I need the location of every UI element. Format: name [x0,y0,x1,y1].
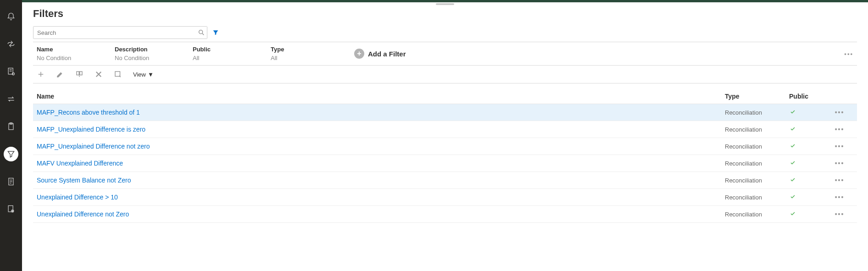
svg-rect-11 [115,72,120,77]
filter-label-public: Public [193,46,263,53]
filter-col-name[interactable]: Name No Condition [33,46,111,61]
check-icon [789,143,796,149]
row-actions-icon[interactable]: ••• [826,210,853,218]
filter-value-type: All [271,55,341,61]
filters-table: Name Type Public MAFP_Recons above thres… [33,89,857,223]
filter-bar: Name No Condition Description No Conditi… [33,42,857,66]
filter-col-type[interactable]: Type All [267,46,345,61]
search-icon[interactable] [198,29,205,36]
row-name-link[interactable]: MAFP_Unexplained Difference not zero [37,143,725,150]
sidebar-notifications[interactable] [4,9,18,24]
row-name-link[interactable]: MAFV Unexplained Difference [37,160,725,167]
plus-circle-icon: + [354,49,364,59]
sidebar-refresh[interactable] [4,37,18,51]
row-public [789,109,826,116]
check-icon [789,126,796,132]
check-icon [789,160,796,166]
row-type: Reconciliation [725,211,789,218]
filter-col-description[interactable]: Description No Condition [111,46,189,61]
dropdown-caret-icon: ▼ [148,71,154,78]
row-name-link[interactable]: Source System Balance not Zero [37,177,725,184]
row-actions-icon[interactable]: ••• [826,143,853,150]
row-public [789,126,826,133]
filter-label-name: Name [37,46,107,53]
row-public [789,210,826,218]
row-actions-icon[interactable]: ••• [826,126,853,133]
row-type: Reconciliation [725,109,789,116]
panel-drag-handle[interactable] [436,3,454,5]
row-type: Reconciliation [725,194,789,201]
table-body: MAFP_Recons above threshold of 1Reconcil… [33,104,857,223]
header-name[interactable]: Name [37,93,725,100]
add-filter-button[interactable]: + Add a Filter [354,49,406,59]
svg-rect-10 [80,72,82,75]
duplicate-icon[interactable] [75,70,83,78]
row-public [789,143,826,150]
table-row[interactable]: Source System Balance not ZeroReconcilia… [33,172,857,189]
main-area: Filters Name No Condition [22,0,868,271]
add-filter-label: Add a Filter [368,50,406,58]
header-public[interactable]: Public [789,93,826,100]
row-name-link[interactable]: MAFP_Recons above threshold of 1 [37,109,725,116]
sidebar-filters[interactable] [4,147,18,161]
sidebar-document[interactable] [4,174,18,189]
app-root: Filters Name No Condition [0,0,868,271]
table-row[interactable]: Unexplained Difference not ZeroReconcili… [33,206,857,223]
search-wrap [33,26,207,39]
sidebar-transfer[interactable] [4,92,18,106]
content-area: Filters Name No Condition [22,2,868,271]
check-icon [789,194,796,199]
check-icon [789,109,796,115]
table-row[interactable]: MAFP_Unexplained Difference is zeroRecon… [33,121,857,138]
row-name-link[interactable]: MAFP_Unexplained Difference is zero [37,126,725,133]
check-icon [789,177,796,183]
sidebar-clipboard[interactable] [4,119,18,134]
svg-point-1 [12,73,15,75]
filter-label-description: Description [115,46,185,53]
row-type: Reconciliation [725,177,789,184]
row-actions-icon[interactable]: ••• [826,194,853,201]
row-actions-icon[interactable]: ••• [826,109,853,116]
search-input[interactable] [33,27,207,39]
row-actions-icon[interactable]: ••• [826,177,853,184]
table-row[interactable]: Unexplained Difference > 10Reconciliatio… [33,189,857,206]
row-name-link[interactable]: Unexplained Difference > 10 [37,194,725,201]
svg-point-7 [12,210,13,211]
table-row[interactable]: MAFP_Recons above threshold of 1Reconcil… [33,104,857,121]
filter-col-public[interactable]: Public All [189,46,267,61]
row-public [789,194,826,201]
toolbar: View ▼ [33,66,857,83]
filter-label-type: Type [271,46,341,53]
row-actions-icon[interactable]: ••• [826,160,853,167]
svg-rect-9 [77,72,79,75]
add-icon[interactable] [37,70,45,78]
table-header: Name Type Public [33,89,857,104]
row-public [789,160,826,167]
filter-bar-more-icon[interactable]: ••• [844,50,853,57]
row-type: Reconciliation [725,160,789,167]
svg-point-8 [199,30,203,34]
search-row [33,26,857,39]
table-row[interactable]: MAFP_Unexplained Difference not zeroReco… [33,138,857,155]
filter-value-public: All [193,55,263,61]
filter-value-name: No Condition [37,55,107,61]
filter-toggle-icon[interactable] [212,29,219,36]
check-icon [789,211,796,216]
sidebar-settings-doc[interactable] [4,64,18,79]
row-type: Reconciliation [725,126,789,133]
publish-icon[interactable] [114,70,122,78]
view-dropdown[interactable]: View ▼ [133,71,154,78]
table-row[interactable]: MAFV Unexplained DifferenceReconciliatio… [33,155,857,172]
delete-icon[interactable] [95,70,103,78]
row-public [789,177,826,184]
top-accent-bar [22,0,868,2]
sidebar [0,0,22,271]
row-name-link[interactable]: Unexplained Difference not Zero [37,210,725,218]
filter-value-description: No Condition [115,55,185,61]
page-title: Filters [33,8,857,20]
sidebar-preview[interactable] [4,202,18,216]
row-type: Reconciliation [725,143,789,150]
edit-icon[interactable] [56,70,64,78]
header-type[interactable]: Type [725,93,789,100]
view-label: View [133,71,146,78]
